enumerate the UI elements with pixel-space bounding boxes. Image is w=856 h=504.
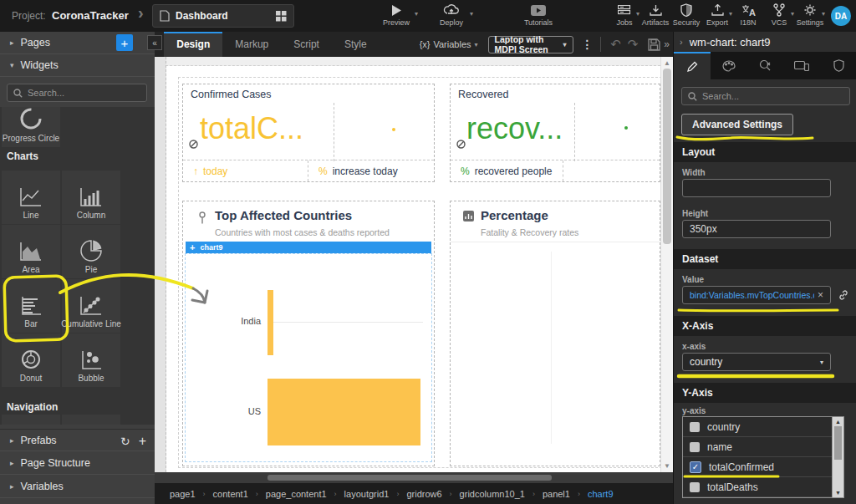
breadcrumb-panel1[interactable]: panel1 bbox=[543, 489, 570, 499]
chart9-selection-bar[interactable]: + chart9 bbox=[186, 242, 431, 253]
collapse-properties-icon[interactable]: › bbox=[680, 37, 683, 47]
vcs-button[interactable]: VCS ▾ bbox=[764, 2, 794, 27]
breadcrumb-gridcolumn10-1[interactable]: gridcolumn10_1 bbox=[460, 489, 525, 499]
redo-button[interactable]: ↷ bbox=[628, 37, 639, 52]
widget-tile-progress-circle[interactable]: Progress Circle bbox=[2, 107, 60, 147]
user-avatar[interactable]: DA bbox=[831, 6, 851, 26]
security-button[interactable]: Security bbox=[671, 2, 701, 27]
widget-tile-line[interactable]: Line bbox=[2, 171, 60, 224]
properties-search-input[interactable]: Search... bbox=[681, 87, 850, 105]
jobs-button[interactable]: Jobs ▾ bbox=[609, 2, 639, 27]
confirmed-increase-cell[interactable]: % increase today bbox=[308, 160, 398, 181]
widget-tile-pie[interactable]: Pie bbox=[62, 225, 120, 278]
tab-design[interactable]: Design bbox=[164, 32, 222, 57]
breadcrumb-chart9[interactable]: chart9 bbox=[588, 489, 614, 499]
bar-chart-chart9[interactable]: India US bbox=[185, 253, 432, 462]
list-scrollbar[interactable]: ▲ ▼ bbox=[832, 417, 843, 497]
i18n-button[interactable]: A I18N bbox=[733, 2, 763, 27]
sidebar-section-widgets[interactable]: ▾ Widgets bbox=[0, 54, 155, 77]
scroll-thumb[interactable] bbox=[268, 475, 552, 481]
xaxis-section-header[interactable]: X-Axis bbox=[674, 316, 856, 336]
top-affected-countries-widget[interactable]: Top Affected Countries Countries with mo… bbox=[182, 201, 435, 466]
sidebar-section-prefabs[interactable]: ▸ Prefabs ↻ + bbox=[0, 429, 155, 451]
canvas-horizontal-scrollbar[interactable] bbox=[155, 472, 673, 483]
confirmed-cases-widget[interactable]: Confirmed Cases totalC... ↑ today % incr… bbox=[182, 84, 435, 182]
settings-button[interactable]: Settings ▾ bbox=[795, 2, 825, 27]
artifacts-button[interactable]: Artifacts bbox=[640, 2, 670, 27]
widget-tile-area[interactable]: Area bbox=[2, 225, 60, 278]
tutorials-button[interactable]: Tutorials bbox=[517, 2, 560, 27]
design-canvas[interactable]: Confirmed Cases totalC... ↑ today % incr… bbox=[155, 57, 673, 472]
width-input[interactable] bbox=[682, 179, 831, 197]
tab-markup[interactable]: Markup bbox=[222, 32, 281, 57]
tab-devices[interactable] bbox=[783, 52, 820, 79]
scroll-up-icon[interactable]: ▲ bbox=[833, 419, 843, 425]
save-button[interactable] bbox=[648, 38, 660, 51]
tab-script[interactable]: Script bbox=[281, 32, 332, 57]
add-prefab-icon[interactable]: + bbox=[139, 434, 146, 449]
breadcrumb-page-content1[interactable]: page_content1 bbox=[266, 489, 327, 499]
yaxis-option-totalconfirmed[interactable]: ✓ totalConfirmed bbox=[683, 457, 843, 477]
scroll-down-icon[interactable]: ▼ bbox=[833, 490, 843, 496]
tab-security-shield[interactable] bbox=[820, 52, 856, 79]
move-icon[interactable]: + bbox=[190, 242, 195, 252]
checkbox[interactable]: ✓ bbox=[690, 482, 700, 492]
sidebar-section-page-structure[interactable]: ▸ Page Structure bbox=[0, 452, 155, 475]
export-chevron-icon[interactable]: ▾ bbox=[729, 10, 732, 18]
widget-tile-bar[interactable]: Bar bbox=[2, 279, 60, 333]
confirmed-today-cell[interactable]: ↑ today bbox=[183, 160, 308, 181]
percentage-widget[interactable]: Percentage Fatality & Recovery rates bbox=[450, 201, 660, 466]
sidebar-section-pages[interactable]: ▸ Pages + « bbox=[0, 32, 155, 54]
deploy-chevron-icon[interactable]: ▾ bbox=[470, 10, 473, 18]
yaxis-section-header[interactable]: Y-Axis bbox=[674, 383, 856, 403]
bar-us[interactable] bbox=[268, 379, 420, 445]
scroll-down-icon[interactable]: ▼ bbox=[661, 462, 673, 470]
breadcrumb-layoutgrid1[interactable]: layoutgrid1 bbox=[344, 489, 390, 499]
checkbox[interactable]: ✓ bbox=[690, 461, 701, 473]
tab-search-validate[interactable] bbox=[747, 52, 784, 79]
tab-properties[interactable] bbox=[674, 52, 711, 79]
more-options-icon[interactable]: ⋮ bbox=[582, 38, 594, 51]
grid-icon[interactable] bbox=[276, 11, 287, 22]
layout-section-header[interactable]: Layout bbox=[674, 142, 856, 162]
breadcrumb-content1[interactable]: content1 bbox=[213, 489, 248, 499]
widget-tile-bubble[interactable]: Bubble bbox=[62, 333, 120, 387]
scroll-thumb[interactable] bbox=[834, 426, 842, 460]
yaxis-option-totaldeaths[interactable]: ✓ totalDeaths bbox=[683, 477, 843, 497]
recovered-value-cell[interactable]: recov... bbox=[451, 103, 575, 161]
project-name[interactable]: CoronaTracker bbox=[52, 9, 129, 22]
scroll-up-icon[interactable]: ▲ bbox=[661, 59, 673, 67]
widget-tile-partial[interactable] bbox=[2, 415, 60, 425]
vcs-chevron-icon[interactable]: ▾ bbox=[791, 10, 794, 18]
clear-binding-icon[interactable]: × bbox=[818, 289, 823, 301]
dataset-section-header[interactable]: Dataset bbox=[674, 249, 856, 269]
expand-panel-icon[interactable]: » bbox=[664, 38, 670, 50]
breadcrumb-gridrow6[interactable]: gridrow6 bbox=[406, 489, 441, 499]
device-selector[interactable]: Laptop with MDPI Screen ▾ bbox=[488, 36, 573, 53]
jobs-chevron-icon[interactable]: ▾ bbox=[636, 10, 639, 18]
collapse-sidebar-button[interactable]: « bbox=[147, 35, 162, 50]
refresh-prefabs-icon[interactable]: ↻ bbox=[120, 435, 130, 448]
checkbox[interactable]: ✓ bbox=[690, 442, 700, 452]
variables-dropdown[interactable]: {x} Variables ▾ bbox=[420, 39, 478, 49]
tab-styles[interactable] bbox=[711, 52, 747, 79]
height-input[interactable]: 350px bbox=[682, 220, 831, 238]
sidebar-section-variables[interactable]: ▸ Variables bbox=[0, 476, 155, 498]
yaxis-option-country[interactable]: ✓ country bbox=[683, 417, 843, 437]
tab-style[interactable]: Style bbox=[332, 32, 380, 57]
scroll-thumb[interactable] bbox=[663, 69, 671, 244]
xaxis-select[interactable]: country ▾ bbox=[682, 353, 831, 371]
widget-search-input[interactable]: Search... bbox=[7, 84, 147, 102]
bar-india[interactable] bbox=[268, 290, 273, 355]
undo-button[interactable]: ↶ bbox=[610, 37, 621, 52]
recovered-people-cell[interactable]: % recovered people bbox=[451, 160, 563, 181]
yaxis-option-name[interactable]: ✓ name bbox=[683, 437, 843, 457]
recovered-widget[interactable]: Recovered recov... % recovered people bbox=[450, 84, 660, 182]
bind-link-icon[interactable] bbox=[838, 289, 849, 301]
export-button[interactable]: Export ▾ bbox=[702, 2, 732, 27]
preview-button[interactable]: Preview ▾ bbox=[374, 2, 418, 27]
preview-chevron-icon[interactable]: ▾ bbox=[415, 10, 418, 18]
advanced-settings-button[interactable]: Advanced Settings bbox=[681, 114, 793, 135]
deploy-button[interactable]: Deploy ▾ bbox=[430, 2, 473, 27]
page-tab-dashboard[interactable]: Dashboard bbox=[152, 4, 294, 28]
